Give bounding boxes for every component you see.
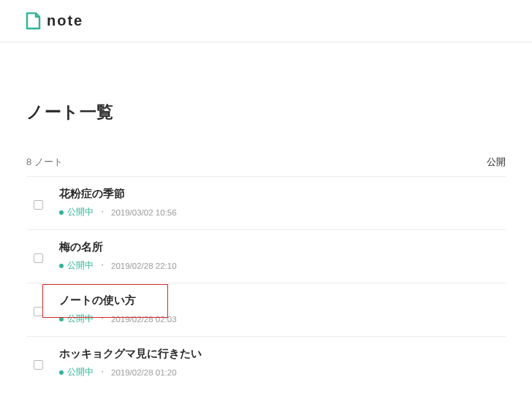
meta-separator: ・ [98,207,107,218]
count-value: 8 [26,156,31,167]
row-checkbox[interactable] [34,360,43,370]
note-title[interactable]: 花粉症の季節 [59,187,125,201]
status-dot-icon [59,317,64,321]
note-title[interactable]: ノートの使い方 [59,294,136,308]
status-text: 公開中 [67,313,94,324]
row-checkbox[interactable] [34,253,43,263]
meta-separator: ・ [98,260,107,271]
brand-name: note [47,12,83,29]
note-date: 2019/03/02 10:56 [111,208,177,217]
publish-filter[interactable]: 公開 [487,156,506,169]
note-meta: 公開中 ・ 2019/03/02 10:56 [59,207,506,218]
status-dot-icon [59,370,64,375]
app-header: note [0,0,532,42]
main-content: ノート一覧 8 ノート 公開 花粉症の季節 公開中 ・ 2019/03/02 1… [0,42,532,389]
note-meta: 公開中 ・ 2019/02/28 22:10 [59,260,506,271]
note-date: 2019/02/28 01:20 [111,368,177,377]
list-item: ノートの使い方 公開中 ・ 2019/02/28 02:03 [26,283,506,336]
note-count: 8 ノート [26,156,63,169]
status-dot-icon [59,264,64,268]
page-title: ノート一覧 [26,101,506,123]
note-meta: 公開中 ・ 2019/02/28 01:20 [59,367,506,378]
status-text: 公開中 [67,260,94,271]
status-dot-icon [59,210,64,215]
note-date: 2019/02/28 02:03 [111,315,177,324]
note-icon [25,12,41,30]
row-body: 梅の名所 公開中 ・ 2019/02/28 22:10 [59,240,506,271]
status-text: 公開中 [67,367,94,378]
list-item: ホッキョクグマ見に行きたい 公開中 ・ 2019/02/28 01:20 [26,336,506,389]
meta-separator: ・ [98,367,107,378]
list-item: 梅の名所 公開中 ・ 2019/02/28 22:10 [26,229,506,283]
note-title[interactable]: ホッキョクグマ見に行きたい [59,347,202,361]
list-item: 花粉症の季節 公開中 ・ 2019/03/02 10:56 [26,176,506,229]
meta-separator: ・ [98,313,107,324]
status-text: 公開中 [67,207,94,218]
brand-logo[interactable]: note [25,12,83,30]
row-body: ノートの使い方 公開中 ・ 2019/02/28 02:03 [59,294,506,324]
row-body: ホッキョクグマ見に行きたい 公開中 ・ 2019/02/28 01:20 [59,347,506,378]
note-title[interactable]: 梅の名所 [59,240,103,254]
note-list: 花粉症の季節 公開中 ・ 2019/03/02 10:56 梅の名所 公開中 ・… [26,176,506,389]
note-date: 2019/02/28 22:10 [111,262,177,270]
row-checkbox[interactable] [34,307,43,316]
row-checkbox[interactable] [34,200,43,210]
count-unit: ノート [34,156,63,167]
note-meta: 公開中 ・ 2019/02/28 02:03 [59,313,506,324]
count-row: 8 ノート 公開 [26,156,506,176]
row-body: 花粉症の季節 公開中 ・ 2019/03/02 10:56 [59,187,506,218]
